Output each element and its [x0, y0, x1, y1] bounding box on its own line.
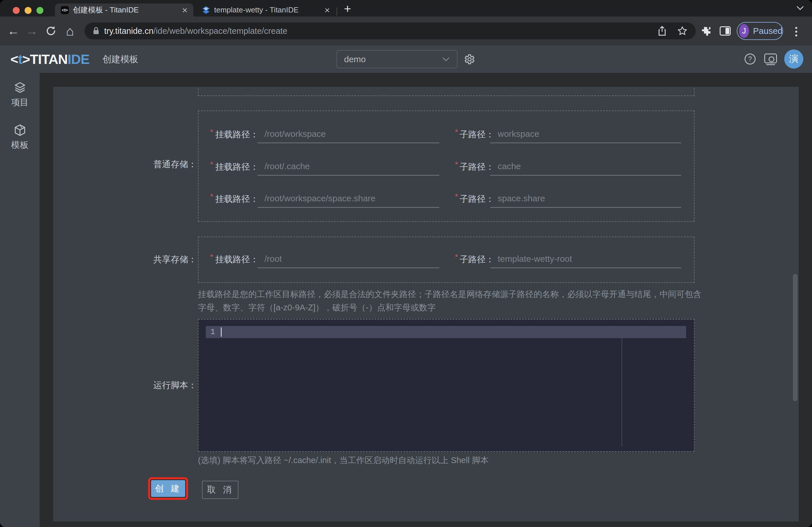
close-tab-icon[interactable]: ×: [182, 5, 188, 15]
red-annotation-box: 创 建: [148, 477, 188, 500]
profile-chip[interactable]: J Paused: [737, 22, 783, 40]
workspace-settings-gear-icon[interactable]: [463, 53, 475, 65]
tab-create-template[interactable]: <t> 创建模板 - TitanIDE ×: [55, 3, 193, 16]
storage-row: * 挂载路径： * 子路径：: [53, 158, 799, 176]
browser-toolbar: ← → ⌂ try.titanide.cn/ide/web/workspace/…: [0, 16, 812, 45]
required-marker: *: [455, 252, 458, 262]
mount-path-input[interactable]: [258, 190, 439, 208]
page-scrollbar-thumb[interactable]: [793, 274, 798, 401]
sidebar-item-templates[interactable]: 模板: [0, 123, 40, 151]
page-title: 创建模板: [102, 45, 138, 73]
required-marker: *: [455, 192, 458, 201]
cube-icon: [13, 123, 27, 137]
sub-path-input[interactable]: [490, 125, 681, 143]
script-editor[interactable]: 1: [198, 319, 695, 452]
profile-avatar: J: [739, 24, 749, 38]
line-number: 1: [206, 328, 220, 336]
titanide-logo: <t>TITANIDE: [11, 45, 89, 73]
browser-window: <t> 创建模板 - TitanIDE × template-wetty - T…: [0, 0, 812, 527]
sub-path-label: 子路径：: [460, 193, 494, 205]
mount-path-label: 挂载路径：: [215, 161, 259, 173]
tab-title: 创建模板 - TitanIDE: [73, 5, 178, 15]
required-marker: *: [210, 192, 213, 201]
form-card: 普通存储： * 挂载路径： * 子路径： * 挂载路径： * 子路径： * 挂载…: [53, 87, 799, 522]
sub-path-input[interactable]: [490, 158, 681, 176]
sidebar-item-label: 模板: [11, 139, 29, 151]
previous-section-box: [198, 87, 695, 96]
create-button[interactable]: 创 建: [151, 480, 185, 497]
mount-path-label: 挂载路径：: [215, 193, 259, 205]
system-settings-icon[interactable]: [764, 54, 777, 63]
script-help-text: (选填) 脚本将写入路径 ~/.cache/.init，当工作区启动时自动运行以…: [198, 455, 489, 466]
profile-status: Paused: [753, 26, 782, 36]
forward-button[interactable]: →: [24, 16, 40, 45]
required-marker: *: [455, 160, 458, 169]
tab-title: template-wetty - TitanIDE: [214, 5, 321, 14]
url-path: /ide/web/workspace/template/create: [154, 26, 287, 36]
help-icon[interactable]: ?: [744, 54, 756, 64]
storage-row: * 挂载路径： * 子路径：: [53, 190, 799, 208]
close-tab-icon[interactable]: ×: [324, 5, 330, 15]
sub-path-label: 子路径：: [460, 161, 494, 173]
user-avatar[interactable]: 演: [784, 49, 803, 69]
tab-template-wetty[interactable]: template-wetty - TitanIDE ×: [196, 3, 336, 16]
text-cursor: [221, 327, 222, 337]
mount-path-input[interactable]: [258, 158, 439, 176]
required-marker: *: [210, 252, 213, 262]
back-button[interactable]: ←: [5, 16, 21, 45]
sidebar-item-label: 项目: [11, 97, 29, 108]
titanide-favicon-icon: <t>: [61, 6, 69, 14]
window-close-button[interactable]: [13, 7, 20, 14]
chevron-down-icon: [442, 57, 450, 62]
side-panel-icon[interactable]: [720, 26, 731, 35]
required-marker: *: [210, 128, 213, 137]
sub-path-label: 子路径：: [460, 254, 494, 265]
mount-path-label: 挂载路径：: [215, 254, 259, 265]
sidebar: 项目 模板: [0, 73, 40, 527]
extensions-puzzle-icon[interactable]: [701, 26, 712, 36]
editor-current-line[interactable]: 1: [206, 326, 686, 338]
workspace-select-value: demo: [344, 54, 442, 64]
share-icon[interactable]: [657, 26, 667, 36]
mount-path-input[interactable]: [258, 250, 439, 268]
tab-search-chevron-icon[interactable]: [796, 6, 804, 11]
required-marker: *: [210, 160, 213, 169]
required-marker: *: [455, 128, 458, 137]
cancel-button[interactable]: 取 消: [202, 481, 238, 499]
address-bar[interactable]: try.titanide.cn/ide/web/workspace/templa…: [85, 23, 696, 39]
mount-path-label: 挂载路径：: [215, 129, 259, 141]
sub-path-input[interactable]: [490, 190, 681, 208]
workspace-favicon-icon: [202, 6, 210, 14]
sub-path-label: 子路径：: [460, 129, 494, 141]
storage-row: * 挂载路径： * 子路径：: [53, 125, 799, 144]
browser-menu-icon[interactable]: [795, 25, 798, 38]
home-button[interactable]: ⌂: [62, 16, 78, 45]
app-header: <t>TITANIDE 创建模板 demo ? 演: [0, 45, 812, 73]
mount-path-input[interactable]: [258, 125, 439, 143]
bookmark-star-icon[interactable]: [677, 26, 687, 36]
window-minimize-button[interactable]: [25, 7, 31, 14]
editor-ruler-line: [622, 338, 622, 447]
new-tab-button[interactable]: +: [341, 2, 354, 16]
storage-row: * 挂载路径： * 子路径：: [53, 250, 799, 269]
tab-divider: [336, 8, 337, 16]
workspace-select[interactable]: demo: [336, 50, 458, 68]
url-host: try.titanide.cn: [104, 26, 154, 36]
path-help-text: 挂载路径是您的工作区目标路径，必须是合法的文件夹路径；子路径名是网络存储源子路径…: [198, 288, 703, 314]
lock-icon[interactable]: [92, 27, 100, 35]
window-zoom-button[interactable]: [37, 7, 43, 14]
page-content: 项目 模板 普通存储： * 挂载路径： * 子路径：: [0, 73, 812, 527]
run-script-label: 运行脚本：: [53, 380, 197, 391]
sub-path-input[interactable]: [490, 250, 681, 268]
sidebar-item-projects[interactable]: 项目: [0, 81, 40, 108]
reload-button[interactable]: [43, 16, 59, 45]
tab-strip: <t> 创建模板 - TitanIDE × template-wetty - T…: [0, 0, 812, 16]
layers-icon: [13, 81, 27, 94]
